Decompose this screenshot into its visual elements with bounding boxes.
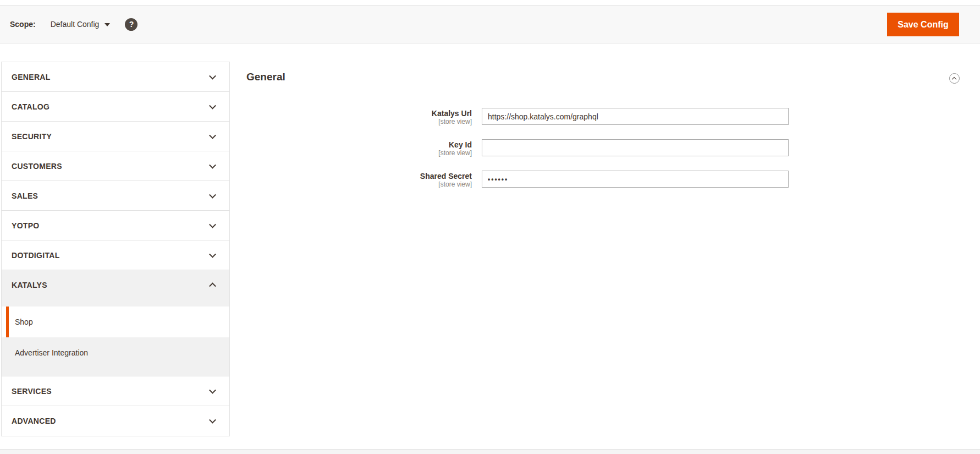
chevron-down-icon <box>209 72 216 79</box>
shared-secret-input[interactable] <box>482 171 789 188</box>
page-section-title: General <box>246 71 285 83</box>
katalys-subnav: Shop Advertiser Integration <box>2 300 229 376</box>
key-id-label: Key Id <box>230 140 472 149</box>
form-field-row: Shared Secret [store view] <box>230 171 980 189</box>
sidebar-section-services[interactable]: SERVICES <box>2 376 229 406</box>
katalys-url-input[interactable] <box>482 108 789 125</box>
sidebar-section-yotpo[interactable]: YOTPO <box>2 211 229 240</box>
config-sidebar: GENERAL CATALOG SECURITY CUSTOMERS SALES… <box>1 62 230 436</box>
field-scope-note: [store view] <box>230 149 472 157</box>
scope-selector[interactable]: Default Config <box>51 20 111 29</box>
help-icon[interactable]: ? <box>125 18 137 31</box>
caret-down-icon <box>104 23 110 26</box>
chevron-up-icon <box>209 282 216 289</box>
shared-secret-label: Shared Secret <box>230 172 472 180</box>
chevron-down-icon <box>209 250 216 258</box>
chevron-down-icon <box>209 102 216 109</box>
chevron-up-circle-icon <box>952 77 956 81</box>
save-config-button[interactable]: Save Config <box>887 13 959 36</box>
sidebar-section-customers[interactable]: CUSTOMERS <box>2 151 229 181</box>
sidebar-section-katalys[interactable]: KATALYS <box>2 270 229 300</box>
form-field-row: Katalys Url [store view] <box>230 108 980 126</box>
chevron-down-icon <box>209 221 216 228</box>
scope-label: Scope: <box>10 20 36 29</box>
subnav-item-advertiser-integration[interactable]: Advertiser Integration <box>2 337 229 368</box>
sidebar-section-security[interactable]: SECURITY <box>2 122 229 151</box>
form-field-row: Key Id [store view] <box>230 139 980 157</box>
field-scope-note: [store view] <box>230 118 472 126</box>
field-label: Katalys Url [store view] <box>230 108 472 126</box>
chevron-down-icon <box>209 161 216 168</box>
field-scope-note: [store view] <box>230 180 472 189</box>
sidebar-section-sales[interactable]: SALES <box>2 181 229 211</box>
sidebar-section-catalog[interactable]: CATALOG <box>2 92 229 122</box>
chevron-down-icon <box>209 386 216 393</box>
field-label: Key Id [store view] <box>230 139 472 157</box>
field-label: Shared Secret [store view] <box>230 171 472 189</box>
sidebar-sections-bottom: SERVICES ADVANCED <box>2 376 229 436</box>
sidebar-section-advanced[interactable]: ADVANCED <box>2 406 229 436</box>
scope-value: Default Config <box>51 20 100 29</box>
katalys-url-label: Katalys Url <box>230 109 472 118</box>
subnav-item-shop[interactable]: Shop <box>2 307 229 337</box>
sidebar-section-dotdigital[interactable]: DOTDIGITAL <box>2 240 229 270</box>
sidebar-section-general[interactable]: GENERAL <box>2 62 229 92</box>
chevron-down-icon <box>209 417 216 424</box>
sidebar-sections-top: GENERAL CATALOG SECURITY CUSTOMERS SALES… <box>2 62 229 300</box>
chevron-down-icon <box>209 191 216 198</box>
scope-toolbar: Scope: Default Config ? Save Config <box>0 5 980 43</box>
general-settings-form: Katalys Url [store view] Key Id [store v… <box>230 108 980 202</box>
key-id-input[interactable] <box>482 139 789 156</box>
page-footer-strip <box>0 449 980 454</box>
chevron-down-icon <box>209 132 216 139</box>
collapse-section-button[interactable] <box>949 73 960 84</box>
